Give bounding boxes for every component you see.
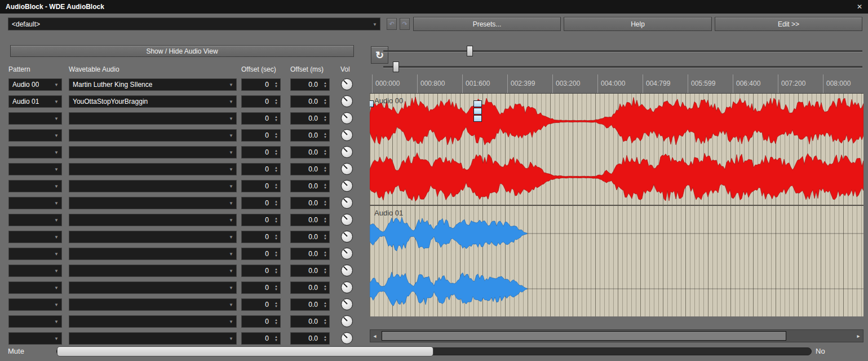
- hscrollbar-thumb[interactable]: [382, 331, 786, 341]
- spinner-arrows-icon[interactable]: ▲▼: [274, 234, 278, 240]
- spinner-arrows-icon[interactable]: ▲▼: [324, 217, 327, 223]
- volume-knob[interactable]: [341, 281, 353, 293]
- offset-sec-spinner[interactable]: 0 ▲▼: [241, 231, 281, 243]
- offset-sec-spinner[interactable]: 0 ▲▼: [241, 180, 281, 192]
- volume-knob[interactable]: [341, 146, 353, 158]
- volume-knob[interactable]: [341, 298, 353, 310]
- offset-ms-spinner[interactable]: 0.0 ▲▼: [290, 180, 330, 192]
- spinner-arrows-icon[interactable]: ▲▼: [324, 149, 327, 156]
- offset-ms-spinner[interactable]: 0.0 ▲▼: [290, 332, 330, 345]
- spinner-arrows-icon[interactable]: ▲▼: [324, 301, 327, 308]
- spinner-arrows-icon[interactable]: ▲▼: [274, 98, 278, 105]
- volume-knob[interactable]: [341, 248, 353, 259]
- spinner-arrows-icon[interactable]: ▲▼: [324, 115, 327, 122]
- clip-start-marker[interactable]: [370, 100, 374, 108]
- offset-sec-spinner[interactable]: 0 ▲▼: [241, 298, 281, 311]
- pattern-select[interactable]: ▼: [8, 248, 62, 260]
- timeline-position-slider[interactable]: [383, 66, 862, 68]
- spinner-arrows-icon[interactable]: ▲▼: [274, 250, 278, 257]
- pattern-select[interactable]: ▼: [8, 146, 62, 159]
- spinner-arrows-icon[interactable]: ▲▼: [324, 250, 327, 257]
- spinner-arrows-icon[interactable]: ▲▼: [324, 98, 327, 105]
- spinner-arrows-icon[interactable]: ▲▼: [274, 217, 278, 223]
- wavetable-select[interactable]: ▼: [69, 197, 237, 209]
- pattern-select[interactable]: ▼: [8, 163, 62, 175]
- spinner-arrows-icon[interactable]: ▲▼: [324, 234, 327, 240]
- pattern-select[interactable]: ▼: [8, 332, 62, 345]
- volume-knob[interactable]: [341, 95, 353, 107]
- offset-sec-spinner[interactable]: 0 ▲▼: [241, 265, 281, 277]
- wavetable-select[interactable]: ▼: [69, 315, 237, 328]
- wavetable-select[interactable]: YouOttaStopYourBraggin ▼: [69, 95, 237, 108]
- spinner-arrows-icon[interactable]: ▲▼: [324, 81, 327, 88]
- volume-knob[interactable]: [341, 129, 353, 141]
- volume-knob[interactable]: [341, 163, 353, 175]
- pattern-select[interactable]: Audio 01 ▼: [8, 95, 62, 108]
- offset-sec-spinner[interactable]: 0 ▲▼: [241, 332, 281, 345]
- pattern-select[interactable]: ▼: [8, 231, 62, 243]
- spinner-arrows-icon[interactable]: ▲▼: [274, 149, 278, 156]
- close-icon[interactable]: ✕: [857, 3, 862, 11]
- offset-ms-spinner[interactable]: 0.0 ▲▼: [290, 163, 330, 175]
- offset-ms-spinner[interactable]: 0.0 ▲▼: [290, 298, 330, 311]
- wavetable-select[interactable]: ▼: [69, 332, 237, 345]
- wavetable-select[interactable]: ▼: [69, 298, 237, 311]
- spinner-arrows-icon[interactable]: ▲▼: [274, 183, 278, 190]
- spinner-arrows-icon[interactable]: ▲▼: [324, 335, 327, 342]
- spinner-arrows-icon[interactable]: ▲▼: [274, 284, 278, 291]
- wavetable-select[interactable]: ▼: [69, 281, 237, 294]
- pattern-select[interactable]: ▼: [8, 281, 62, 294]
- wavetable-select[interactable]: ▼: [69, 163, 237, 175]
- wavetable-select[interactable]: ▼: [69, 129, 237, 142]
- offset-ms-spinner[interactable]: 0.0 ▲▼: [290, 315, 330, 328]
- offset-sec-spinner[interactable]: 0 ▲▼: [241, 129, 281, 142]
- redo-button[interactable]: ↷: [400, 18, 410, 30]
- pattern-select[interactable]: Audio 00 ▼: [8, 78, 62, 91]
- spinner-arrows-icon[interactable]: ▲▼: [324, 267, 327, 274]
- volume-knob[interactable]: [341, 197, 353, 209]
- offset-sec-spinner[interactable]: 0 ▲▼: [241, 78, 281, 91]
- spinner-arrows-icon[interactable]: ▲▼: [324, 284, 327, 291]
- waveform-area[interactable]: Audio 00 Audio 01: [370, 93, 863, 316]
- spinner-arrows-icon[interactable]: ▲▼: [274, 318, 278, 325]
- timeline-position-slider-thumb[interactable]: [393, 61, 399, 72]
- volume-knob[interactable]: [341, 214, 353, 226]
- volume-knob[interactable]: [341, 332, 353, 344]
- volume-knob[interactable]: [341, 315, 353, 327]
- spinner-arrows-icon[interactable]: ▲▼: [274, 166, 278, 173]
- scroll-right-icon[interactable]: ▸: [854, 330, 863, 342]
- offset-ms-spinner[interactable]: 0.0 ▲▼: [290, 265, 330, 277]
- offset-ms-spinner[interactable]: 0.0 ▲▼: [290, 95, 330, 108]
- volume-knob[interactable]: [341, 231, 353, 243]
- clip-handle-marker[interactable]: [473, 100, 482, 122]
- wavetable-select[interactable]: ▼: [69, 146, 237, 159]
- wavetable-select[interactable]: Martin Luther King SIlence ▼: [69, 78, 237, 91]
- offset-ms-spinner[interactable]: 0.0 ▲▼: [290, 78, 330, 91]
- offset-sec-spinner[interactable]: 0 ▲▼: [241, 112, 281, 125]
- volume-knob[interactable]: [341, 180, 353, 192]
- timeline-zoom-slider[interactable]: [383, 50, 862, 52]
- offset-sec-spinner[interactable]: 0 ▲▼: [241, 197, 281, 209]
- spinner-arrows-icon[interactable]: ▲▼: [324, 200, 327, 206]
- wavetable-select[interactable]: ▼: [69, 265, 237, 277]
- offset-ms-spinner[interactable]: 0.0 ▲▼: [290, 112, 330, 125]
- offset-sec-spinner[interactable]: 0 ▲▼: [241, 146, 281, 159]
- offset-sec-spinner[interactable]: 0 ▲▼: [241, 95, 281, 108]
- spinner-arrows-icon[interactable]: ▲▼: [274, 267, 278, 274]
- mute-slider-thumb[interactable]: [57, 346, 433, 356]
- offset-ms-spinner[interactable]: 0.0 ▲▼: [290, 129, 330, 142]
- spinner-arrows-icon[interactable]: ▲▼: [324, 166, 327, 173]
- spinner-arrows-icon[interactable]: ▲▼: [274, 115, 278, 122]
- timeline-ruler[interactable]: 000:000000:800001:600002:399003:200004:0…: [370, 74, 863, 93]
- spinner-arrows-icon[interactable]: ▲▼: [274, 335, 278, 342]
- wavetable-select[interactable]: ▼: [69, 180, 237, 192]
- offset-ms-spinner[interactable]: 0.0 ▲▼: [290, 146, 330, 159]
- spinner-arrows-icon[interactable]: ▲▼: [274, 200, 278, 206]
- volume-knob[interactable]: [341, 112, 353, 124]
- pattern-select[interactable]: ▼: [8, 265, 62, 277]
- offset-sec-spinner[interactable]: 0 ▲▼: [241, 315, 281, 328]
- spinner-arrows-icon[interactable]: ▲▼: [324, 183, 327, 190]
- pattern-select[interactable]: ▼: [8, 214, 62, 226]
- offset-sec-spinner[interactable]: 0 ▲▼: [241, 163, 281, 175]
- offset-ms-spinner[interactable]: 0.0 ▲▼: [290, 231, 330, 243]
